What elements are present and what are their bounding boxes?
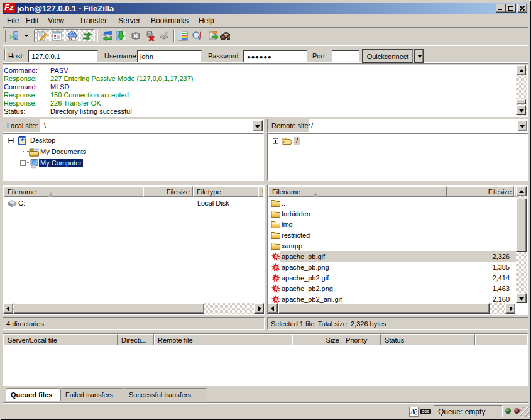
svg-text:A: A — [410, 407, 416, 416]
svg-text:500: 500 — [422, 409, 430, 414]
